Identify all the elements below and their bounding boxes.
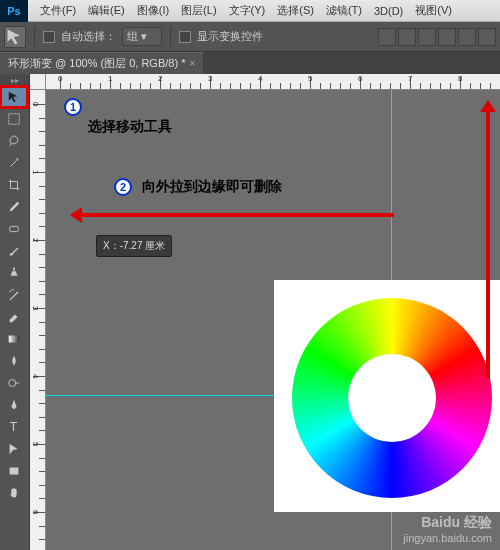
tab-title: 环形渐变 @ 100% (图层 0, RGB/8) * (8, 56, 185, 71)
coordinate-tooltip: X：-7.27 厘米 (96, 235, 172, 257)
hand-tool[interactable] (0, 482, 28, 504)
svg-text:T: T (10, 420, 18, 434)
align-button[interactable] (438, 28, 456, 46)
arrow-up (486, 104, 490, 378)
move-tool-icon (4, 26, 26, 48)
toolbox: ▸▸ T (0, 74, 30, 550)
watermark: Baidu 经验 jingyan.baidu.com (403, 514, 492, 544)
auto-select-checkbox[interactable] (43, 31, 55, 43)
history-brush-tool[interactable] (0, 284, 28, 306)
svg-rect-2 (9, 336, 20, 343)
step-1-text: 选择移动工具 (88, 118, 172, 136)
menu-edit[interactable]: 编辑(E) (82, 3, 131, 18)
clone-stamp-tool[interactable] (0, 262, 28, 284)
align-button[interactable] (398, 28, 416, 46)
svg-rect-0 (9, 114, 20, 125)
magic-wand-tool[interactable] (0, 152, 28, 174)
eraser-tool[interactable] (0, 306, 28, 328)
svg-rect-1 (10, 226, 19, 231)
canvas-area[interactable]: 012345678 0123456 1 选择移动工具 2 向外拉到边缘即可删除 … (30, 74, 500, 550)
divider (170, 27, 171, 47)
svg-point-3 (9, 380, 16, 387)
pen-tool[interactable] (0, 394, 28, 416)
gradient-tool[interactable] (0, 328, 28, 350)
canvas-content[interactable]: 1 选择移动工具 2 向外拉到边缘即可删除 X：-7.27 厘米 (46, 90, 500, 550)
document-tab[interactable]: 环形渐变 @ 100% (图层 0, RGB/8) * × (0, 52, 203, 74)
watermark-brand: Baidu 经验 (403, 514, 492, 532)
color-wheel-artwork (274, 280, 500, 512)
show-transform-checkbox[interactable] (179, 31, 191, 43)
move-tool[interactable] (0, 86, 28, 108)
menu-type[interactable]: 文字(Y) (223, 3, 272, 18)
healing-brush-tool[interactable] (0, 218, 28, 240)
ps-logo: Ps (0, 0, 28, 22)
step-2-text: 向外拉到边缘即可删除 (142, 178, 282, 196)
show-transform-label: 显示变换控件 (197, 29, 263, 44)
document-tab-bar: 环形渐变 @ 100% (图层 0, RGB/8) * × (0, 52, 500, 74)
arrow-left (74, 213, 394, 217)
toolbox-expand[interactable]: ▸▸ (0, 74, 29, 86)
menu-view[interactable]: 视图(V) (409, 3, 458, 18)
eyedropper-tool[interactable] (0, 196, 28, 218)
path-selection-tool[interactable] (0, 438, 28, 460)
menu-filter[interactable]: 滤镜(T) (320, 3, 368, 18)
menu-select[interactable]: 选择(S) (271, 3, 320, 18)
menu-file[interactable]: 文件(F) (34, 3, 82, 18)
brush-tool[interactable] (0, 240, 28, 262)
dodge-tool[interactable] (0, 372, 28, 394)
type-tool[interactable]: T (0, 416, 28, 438)
crop-tool[interactable] (0, 174, 28, 196)
svg-rect-5 (10, 468, 19, 475)
options-bar: 自动选择： 组 ▾ 显示变换控件 (0, 22, 500, 52)
vertical-ruler[interactable]: 0123456 (30, 90, 46, 550)
auto-select-dropdown[interactable]: 组 ▾ (122, 27, 162, 46)
align-button[interactable] (418, 28, 436, 46)
close-icon[interactable]: × (189, 58, 195, 69)
menu-bar: Ps 文件(F) 编辑(E) 图像(I) 图层(L) 文字(Y) 选择(S) 滤… (0, 0, 500, 22)
align-button[interactable] (378, 28, 396, 46)
ruler-corner (30, 74, 46, 90)
align-group (378, 28, 496, 46)
menu-image[interactable]: 图像(I) (131, 3, 175, 18)
marquee-tool[interactable] (0, 108, 28, 130)
auto-select-label: 自动选择： (61, 29, 116, 44)
lasso-tool[interactable] (0, 130, 28, 152)
rectangle-tool[interactable] (0, 460, 28, 482)
step-2-badge: 2 (114, 178, 132, 196)
align-button[interactable] (478, 28, 496, 46)
step-1-badge: 1 (64, 98, 82, 116)
horizontal-ruler[interactable]: 012345678 (46, 74, 500, 90)
menu-layer[interactable]: 图层(L) (175, 3, 222, 18)
menu-3d[interactable]: 3D(D) (368, 5, 409, 17)
watermark-url: jingyan.baidu.com (403, 532, 492, 544)
divider (34, 27, 35, 47)
blur-tool[interactable] (0, 350, 28, 372)
align-button[interactable] (458, 28, 476, 46)
